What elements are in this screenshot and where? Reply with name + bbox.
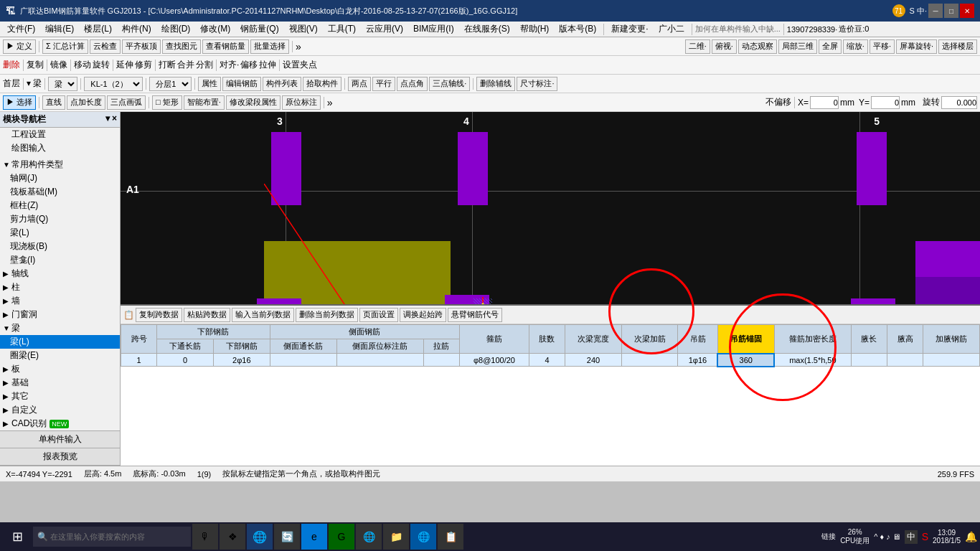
swap-start-btn[interactable]: 调换起始跨 bbox=[400, 308, 446, 322]
tb-element-type-select[interactable]: 梁 bbox=[48, 77, 77, 91]
cantilever-btn[interactable]: 悬臂钢筋代号 bbox=[448, 308, 502, 322]
toolbar-find-btn[interactable]: 查找图元 bbox=[162, 39, 201, 54]
taskbar-ie-icon[interactable]: 🌐 bbox=[247, 524, 273, 550]
taskbar-globe-icon[interactable]: 🌐 bbox=[356, 524, 382, 550]
menu-floor[interactable]: 楼层(L) bbox=[80, 22, 116, 37]
sidebar-item-niche[interactable]: 壁龛(I) bbox=[0, 253, 120, 267]
taskbar-refresh-icon[interactable]: 🔄 bbox=[274, 524, 300, 550]
data-table-scroll[interactable]: 跨号 下部钢筋 侧面钢筋 箍筋 肢数 次梁宽度 次梁加筋 吊筋 吊筋锚固 箍筋加… bbox=[121, 324, 980, 466]
taskbar-cortana-icon[interactable]: 🎙 bbox=[192, 524, 218, 550]
menu-bim[interactable]: BIM应用(I) bbox=[409, 22, 458, 37]
sidebar-item-slab[interactable]: 现浇板(B) bbox=[0, 240, 120, 253]
toolbar-batch-btn[interactable]: 批量选择 bbox=[250, 39, 289, 54]
view-dynamic-btn[interactable]: 动态观察 bbox=[738, 39, 777, 54]
sidebar-item-settings[interactable]: 工程设置 bbox=[0, 128, 120, 141]
sidebar-item-other[interactable]: ▶其它 bbox=[0, 390, 120, 403]
view-zoom-btn[interactable]: 缩放· bbox=[843, 39, 868, 54]
paste-span-btn[interactable]: 粘贴跨数据 bbox=[184, 308, 230, 322]
view-rotate-btn[interactable]: 屏幕旋转· bbox=[896, 39, 937, 54]
draw-inplace-btn[interactable]: 原位标注 bbox=[282, 95, 321, 110]
single-element-btn[interactable]: 单构件输入 bbox=[0, 431, 120, 448]
menu-modify[interactable]: 修改(M) bbox=[196, 22, 235, 37]
tb-dim-btn[interactable]: 尺寸标注· bbox=[517, 77, 557, 91]
draw-smart-btn[interactable]: 智能布置· bbox=[184, 95, 225, 110]
tb-del-aux-btn[interactable]: 删除辅线 bbox=[476, 77, 515, 91]
draw-modify-seg-btn[interactable]: 修改梁段属性 bbox=[226, 95, 281, 110]
menu-rebar[interactable]: 钢筋量(Q) bbox=[236, 22, 283, 37]
draw-addlen-btn[interactable]: 点加长度 bbox=[67, 95, 105, 110]
tb-edit-rebar-btn[interactable]: 编辑钢筋 bbox=[222, 77, 261, 91]
toolbar-view-rebar-btn[interactable]: 查看钢筋量 bbox=[202, 39, 249, 54]
sidebar-item-beam-common[interactable]: 梁(L) bbox=[0, 226, 120, 240]
tb-element-list-btn[interactable]: 构件列表 bbox=[263, 77, 301, 91]
view-2d-btn[interactable]: 二维· bbox=[685, 39, 710, 54]
tb-3axis-btn[interactable]: 三点轴线· bbox=[429, 77, 470, 91]
toolbar-calc-btn[interactable]: Σ 汇总计算 bbox=[42, 39, 88, 54]
input-col-btn[interactable]: 输入当前列数据 bbox=[232, 308, 294, 322]
draw-line-btn[interactable]: 直线 bbox=[42, 95, 65, 110]
taskbar-browser-icon[interactable]: e bbox=[301, 524, 327, 550]
sidebar-item-beam-L[interactable]: 梁(L) bbox=[0, 335, 120, 349]
tb-property-btn[interactable]: 属性 bbox=[198, 77, 221, 91]
toolbar-more-btn[interactable]: » bbox=[296, 41, 301, 52]
sidebar-item-cad[interactable]: ▶CAD识别 NEW bbox=[0, 417, 120, 430]
sidebar-item-ring-beam[interactable]: 圈梁(E) bbox=[0, 349, 120, 362]
draw-rect-btn[interactable]: □ 矩形 bbox=[152, 95, 182, 110]
close-button[interactable]: ✕ bbox=[960, 4, 974, 18]
x-input[interactable] bbox=[810, 96, 839, 109]
sidebar-item-common[interactable]: ▼常用构件类型 bbox=[0, 158, 120, 171]
notification-icon[interactable]: 🔔 bbox=[965, 531, 977, 542]
menu-new-change[interactable]: 新建变更· bbox=[607, 22, 652, 37]
sidebar-item-axisline[interactable]: ▶轴线 bbox=[0, 267, 120, 281]
tb-element-id-select[interactable]: KL-1（2） bbox=[84, 77, 143, 91]
toolbar-define-btn[interactable]: ▶ 定义 bbox=[3, 39, 36, 54]
tb-level-select[interactable]: 分层1 bbox=[149, 77, 192, 91]
delete-col-btn[interactable]: 删除当前列数据 bbox=[296, 308, 358, 322]
sidebar-item-opening[interactable]: ▶门窗洞 bbox=[0, 308, 120, 321]
tb-angle-btn[interactable]: 点点角 bbox=[397, 77, 428, 91]
taskbar-search-input[interactable] bbox=[33, 527, 191, 547]
view-fullscreen-btn[interactable]: 全屏 bbox=[819, 39, 842, 54]
start-button[interactable]: ⊞ bbox=[3, 524, 32, 550]
sidebar-item-beams[interactable]: ▼梁 bbox=[0, 321, 120, 335]
sidebar-item-column[interactable]: 框柱(Z) bbox=[0, 199, 120, 212]
view-floor-btn[interactable]: 选择楼层 bbox=[938, 39, 977, 54]
ime-indicator[interactable]: 中 bbox=[905, 530, 918, 544]
menu-version[interactable]: 版本号(B) bbox=[555, 22, 600, 37]
menu-online[interactable]: 在线服务(S) bbox=[460, 22, 514, 37]
view-top-btn[interactable]: 俯视· bbox=[712, 39, 737, 54]
menu-element[interactable]: 构件(N) bbox=[118, 22, 156, 37]
sidebar-item-axis[interactable]: 轴网(J) bbox=[0, 171, 120, 185]
maximize-button[interactable]: □ bbox=[944, 4, 958, 18]
sidebar-item-foundation[interactable]: ▶基础 bbox=[0, 376, 120, 390]
sidebar-item-draw[interactable]: 绘图输入 bbox=[0, 141, 120, 155]
menu-help[interactable]: 帮助(H) bbox=[516, 22, 554, 37]
y-input[interactable] bbox=[871, 96, 900, 109]
menu-view[interactable]: 视图(V) bbox=[285, 22, 322, 37]
taskbar-folder-icon[interactable]: 📁 bbox=[383, 524, 409, 550]
rotate-input[interactable] bbox=[941, 96, 977, 109]
tb-twopoint-btn[interactable]: 两点 bbox=[348, 77, 371, 91]
menu-file[interactable]: 文件(F) bbox=[3, 22, 39, 37]
taskbar-green-icon[interactable]: G bbox=[329, 524, 354, 550]
menu-tools[interactable]: 工具(T) bbox=[324, 22, 360, 37]
menu-cloud[interactable]: 云应用(V) bbox=[362, 22, 407, 37]
toolbar-align-btn[interactable]: 平齐板顶 bbox=[122, 39, 161, 54]
view-pan-btn[interactable]: 平移· bbox=[870, 39, 895, 54]
tb-pick-btn[interactable]: 拾取构件 bbox=[303, 77, 341, 91]
toolbar-cloud-check-btn[interactable]: 云检查 bbox=[90, 39, 121, 54]
report-preview-btn[interactable]: 报表预览 bbox=[0, 448, 120, 466]
taskbar-app-icon[interactable]: 📋 bbox=[438, 524, 463, 550]
sidebar-item-col[interactable]: ▶柱 bbox=[0, 281, 120, 294]
view-local3d-btn[interactable]: 局部三维 bbox=[778, 39, 817, 54]
cad-canvas[interactable]: 3 4 5 A1 bbox=[121, 112, 980, 466]
draw-arc-btn[interactable]: 三点画弧 bbox=[107, 95, 146, 110]
copy-span-btn[interactable]: 复制跨数据 bbox=[136, 308, 182, 322]
menu-edit[interactable]: 编辑(E) bbox=[41, 22, 78, 37]
sidebar-item-board[interactable]: ▶板 bbox=[0, 362, 120, 376]
sidebar-item-shearwall[interactable]: 剪力墙(Q) bbox=[0, 212, 120, 226]
taskbar-web-icon2[interactable]: 🌐 bbox=[410, 524, 436, 550]
taskbar-taskview-icon[interactable]: ❖ bbox=[220, 524, 245, 550]
page-setup-btn[interactable]: 页面设置 bbox=[359, 308, 398, 322]
minimize-button[interactable]: ─ bbox=[928, 4, 943, 18]
